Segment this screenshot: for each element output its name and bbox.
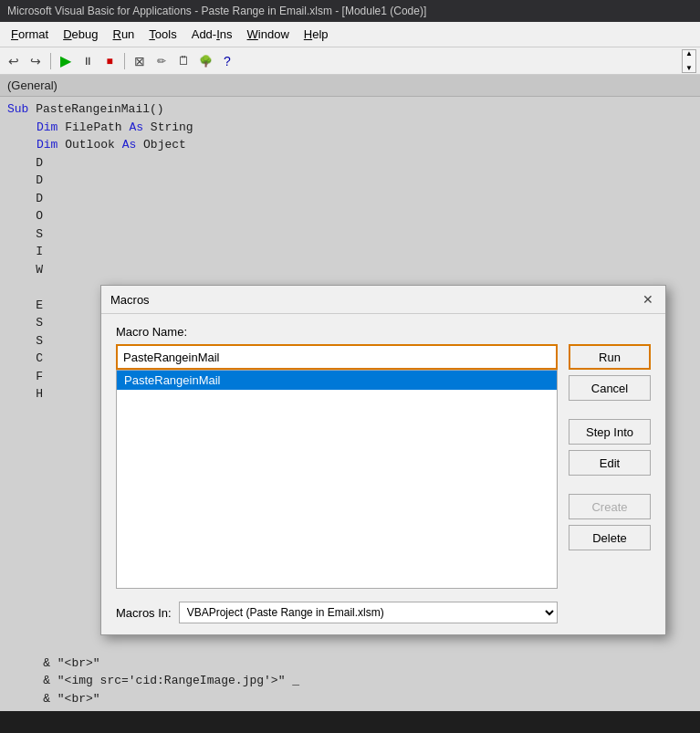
menu-help[interactable]: Help <box>297 26 336 43</box>
delete-button[interactable]: Delete <box>569 525 651 550</box>
toolbar-separator-2 <box>124 53 125 69</box>
button-spacer-1 <box>569 406 651 414</box>
code-area: (General) Sub PasteRangeinMail() Dim Fil… <box>0 75 700 711</box>
run-button[interactable]: Run <box>569 344 651 370</box>
toolbar-stop[interactable]: ■ <box>99 51 120 71</box>
dialog-buttons: Run Cancel Step Into Edit Create Delete <box>569 344 651 623</box>
macros-dialog: Macros ✕ Macro Name: PasteRangeinMail Ma… <box>100 285 666 635</box>
menu-format[interactable]: Format <box>4 26 56 43</box>
dialog-titlebar: Macros ✕ <box>101 286 665 314</box>
dialog-close-button[interactable]: ✕ <box>640 291 656 308</box>
macro-list-item-1[interactable]: PasteRangeinMail <box>117 371 557 390</box>
menu-window[interactable]: Window <box>240 26 297 43</box>
toolbar-undo[interactable]: ↩ <box>4 51 24 71</box>
dialog-main: PasteRangeinMail Macros In: VBAProject (… <box>116 344 651 623</box>
edit-button[interactable]: Edit <box>569 450 651 476</box>
macro-list[interactable]: PasteRangeinMail <box>116 370 558 589</box>
step-into-button[interactable]: Step Into <box>569 419 651 445</box>
macros-in-label: Macros In: <box>116 606 172 620</box>
title-bar: Microsoft Visual Basic for Applications … <box>0 0 700 22</box>
macro-name-label: Macro Name: <box>116 325 651 339</box>
toolbar-explorer[interactable]: 🌳 <box>195 51 215 71</box>
dialog-body: Macro Name: PasteRangeinMail Macros In: … <box>101 314 665 634</box>
title-text: Microsoft Visual Basic for Applications … <box>7 5 426 17</box>
cancel-button[interactable]: Cancel <box>569 375 651 401</box>
toolbar-props[interactable]: 🗒 <box>173 51 193 71</box>
menu-addins[interactable]: Add-Ins <box>184 26 240 43</box>
toolbar-redo[interactable]: ↪ <box>26 51 46 71</box>
menu-debug[interactable]: Debug <box>56 26 105 43</box>
create-button[interactable]: Create <box>569 494 651 519</box>
toolbar: ↩ ↪ ▶ ⏸ ■ ⊠ ✏ 🗒 🌳 ? ▲ ▼ <box>0 47 700 75</box>
macros-in-select[interactable]: VBAProject (Paste Range in Email.xlsm) A… <box>179 602 558 623</box>
toolbar-design[interactable]: ✏ <box>151 51 172 71</box>
toolbar-pause[interactable]: ⏸ <box>78 51 98 71</box>
macros-in-row: Macros In: VBAProject (Paste Range in Em… <box>116 602 558 623</box>
toolbar-scrollbar[interactable]: ▲ ▼ <box>682 49 696 73</box>
menu-bar: Format Debug Run Tools Add-Ins Window He… <box>0 22 700 47</box>
toolbar-reset[interactable]: ⊠ <box>130 51 150 71</box>
toolbar-separator-1 <box>50 53 51 69</box>
dialog-title: Macros <box>110 293 150 307</box>
toolbar-help[interactable]: ? <box>217 51 237 71</box>
macro-name-input[interactable] <box>116 344 558 370</box>
dialog-left: PasteRangeinMail Macros In: VBAProject (… <box>116 344 558 623</box>
toolbar-run[interactable]: ▶ <box>56 51 76 71</box>
menu-tools[interactable]: Tools <box>141 26 183 43</box>
menu-run[interactable]: Run <box>106 26 142 43</box>
button-spacer-2 <box>569 481 651 488</box>
